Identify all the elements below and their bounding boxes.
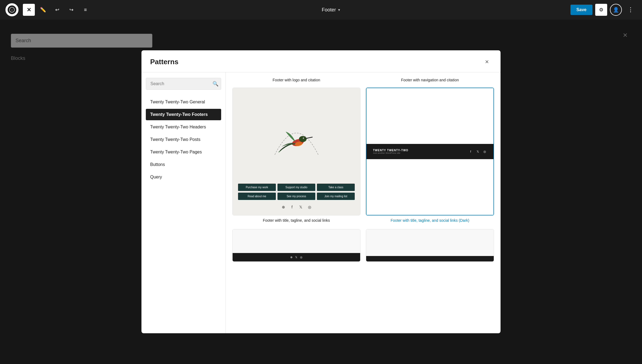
dark-footer-socials: f 𝕏 ◎ (468, 149, 487, 154)
sidebar-nav: Twenty Twenty-Two General Twenty Twenty-… (146, 96, 221, 183)
social-icons-row: ⊕ f 𝕏 ◎ (281, 204, 312, 210)
sidebar-item-buttons[interactable]: Buttons (146, 159, 221, 170)
dark-instagram-icon: ◎ (483, 149, 487, 154)
bird-area (238, 93, 355, 184)
pattern-card-bird[interactable]: Purchase my work Support my studio Take … (232, 88, 360, 215)
sidebar-item-footers[interactable]: Twenty Twenty-Two Footers (146, 109, 221, 120)
sidebar-item-pages[interactable]: Twenty Twenty-Two Pages (146, 146, 221, 158)
modal-close-button[interactable]: × (482, 57, 492, 67)
pattern-card-bird-inner: Purchase my work Support my studio Take … (233, 88, 360, 215)
modal-overlay: Patterns × 🔍 Twenty Twenty-Two General T… (0, 20, 642, 364)
toolbar-actions: ✕ ✏️ ↩ ↪ ≡ (23, 4, 91, 16)
svg-point-5 (303, 138, 304, 139)
dark-facebook-icon: f (468, 149, 473, 154)
p-wp-icon: ⊕ (290, 256, 292, 259)
dark-twitter-icon: 𝕏 (476, 149, 480, 154)
top-label-1: Footer with logo and citation (232, 78, 360, 82)
purchase-btn[interactable]: Purchase my work (238, 184, 276, 191)
dark-site-name: TWENTY TWENTY-TWO (373, 149, 408, 152)
partial-preview-1: ⊕ 𝕏 ◎ (233, 229, 360, 261)
pattern-label-bird: Footer with title, tagline, and social l… (232, 218, 360, 224)
content-area: Footer with logo and citation Footer wit… (226, 72, 501, 333)
redo-button[interactable]: ↪ (65, 4, 77, 16)
pattern-item-bird: Purchase my work Support my studio Take … (232, 88, 360, 224)
more-options-button[interactable]: ⋮ (625, 4, 637, 16)
class-btn[interactable]: Take a class (317, 184, 355, 191)
partial-top-1 (233, 229, 360, 253)
sidebar-item-query[interactable]: Query (146, 171, 221, 183)
dark-site-tagline: Just another WordPress site (373, 152, 408, 154)
user-button[interactable]: 👤 (610, 4, 622, 16)
instagram-social-icon: ◎ (307, 204, 312, 210)
modal-title: Patterns (150, 58, 178, 66)
chevron-down-icon: ▾ (338, 8, 340, 12)
svg-point-1 (299, 136, 307, 142)
list-view-button[interactable]: ≡ (79, 4, 91, 16)
wp-logo (5, 3, 18, 16)
dark-footer-text: TWENTY TWENTY-TWO Just another WordPress… (373, 149, 408, 154)
wordpress-social-icon: ⊕ (281, 204, 286, 210)
sidebar-item-headers[interactable]: Twenty Twenty-Two Headers (146, 121, 221, 133)
pattern-item-bottom-1: ⊕ 𝕏 ◎ (232, 229, 360, 262)
top-bar-right: Save ⚙ 👤 ⋮ (570, 4, 637, 16)
top-labels-row: Footer with logo and citation Footer wit… (232, 78, 494, 82)
bird-footer-preview: Purchase my work Support my studio Take … (233, 88, 360, 215)
modal-header: Patterns × (141, 50, 501, 72)
mailing-btn[interactable]: Join my mailing list (317, 193, 355, 200)
sidebar-item-posts[interactable]: Twenty Twenty-Two Posts (146, 134, 221, 145)
pencil-icon-button[interactable]: ✏️ (37, 4, 49, 16)
footer-buttons-grid: Purchase my work Support my studio Take … (238, 184, 355, 200)
support-btn[interactable]: Support my studio (277, 184, 315, 191)
p-instagram-icon: ◎ (300, 256, 303, 259)
top-label-2: Footer with navigation and citation (366, 78, 494, 82)
patterns-modal: Patterns × 🔍 Twenty Twenty-Two General T… (141, 50, 501, 333)
pattern-item-dark: TWENTY TWENTY-TWO Just another WordPress… (366, 88, 494, 224)
about-btn[interactable]: Read about me (238, 193, 276, 200)
p-twitter-icon: 𝕏 (295, 256, 297, 259)
settings-button[interactable]: ⚙ (595, 4, 607, 16)
pattern-card-dark-inner: TWENTY TWENTY-TWO Just another WordPress… (366, 88, 493, 215)
partial-footer-1: ⊕ 𝕏 ◎ (233, 253, 360, 261)
partial-card-2[interactable] (366, 229, 494, 262)
search-box: 🔍 (146, 78, 221, 90)
pattern-label-dark[interactable]: Footer with title, tagline, and social l… (366, 218, 494, 224)
process-btn[interactable]: See my process (277, 193, 315, 200)
dark-bottom-space (366, 159, 493, 215)
partial-card-1[interactable]: ⊕ 𝕏 ◎ (232, 229, 360, 262)
sidebar: 🔍 Twenty Twenty-Two General Twenty Twent… (141, 72, 226, 333)
dark-footer-bar: TWENTY TWENTY-TWO Just another WordPress… (366, 144, 493, 159)
pattern-card-dark[interactable]: TWENTY TWENTY-TWO Just another WordPress… (366, 88, 494, 215)
search-icon-button[interactable]: 🔍 (212, 81, 218, 87)
pattern-item-bottom-2 (366, 229, 494, 262)
footer-label: Footer (322, 7, 336, 13)
top-bar: ✕ ✏️ ↩ ↪ ≡ Footer ▾ Save ⚙ 👤 ⋮ (0, 0, 642, 20)
undo-button[interactable]: ↩ (51, 4, 63, 16)
sidebar-item-general[interactable]: Twenty Twenty-Two General (146, 96, 221, 108)
save-button[interactable]: Save (570, 5, 592, 15)
close-button[interactable]: ✕ (23, 4, 35, 16)
partial-top-2 (366, 229, 494, 256)
dark-top-space (366, 88, 493, 144)
modal-body: 🔍 Twenty Twenty-Two General Twenty Twent… (141, 72, 501, 333)
partial-preview-2 (366, 229, 494, 261)
partial-footer-2 (366, 256, 494, 261)
top-bar-center: Footer ▾ (96, 7, 566, 13)
search-input[interactable] (146, 78, 221, 90)
bird-illustration (269, 117, 324, 160)
twitter-social-icon: 𝕏 (298, 204, 304, 210)
facebook-social-icon: f (289, 204, 295, 210)
dark-footer-preview: TWENTY TWENTY-TWO Just another WordPress… (366, 88, 493, 215)
patterns-grid: Purchase my work Support my studio Take … (232, 88, 494, 262)
